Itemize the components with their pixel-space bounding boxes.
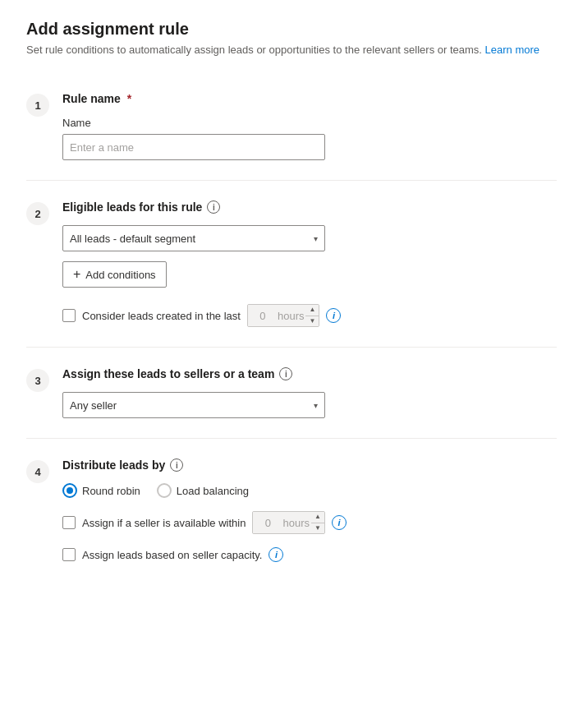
section-number-2: 2 [26,202,49,225]
add-conditions-label: Add conditions [85,269,155,281]
hours-info-icon[interactable]: i [326,308,341,323]
spinner-controls: ▲ ▼ [305,305,319,326]
load-balancing-radio[interactable] [157,483,172,498]
round-robin-option[interactable]: Round robin [62,483,140,498]
hours-spinner: hours ▲ ▼ [247,304,320,327]
load-balancing-label: Load balancing [177,485,249,497]
section2-info-icon[interactable]: i [207,200,220,214]
page-container: Add assignment rule Set rule conditions … [0,0,583,601]
section1-content: Rule name * Name [62,92,557,160]
section-rule-name: 1 Rule name * Name [26,72,557,181]
page-title: Add assignment rule [26,20,557,39]
section2-title: Eligible leads for this rule i [62,200,557,214]
consider-leads-checkbox[interactable] [62,309,76,322]
seller-hours-decrement-button[interactable]: ▼ [311,523,324,534]
add-conditions-button[interactable]: + Add conditions [62,261,167,288]
seller-capacity-checkbox[interactable] [62,548,76,561]
hours-unit: hours [278,310,306,322]
seller-available-checkbox[interactable] [62,516,76,529]
seller-dropdown[interactable]: Any seller ▾ [62,392,325,418]
page-subtitle: Set rule conditions to automatically ass… [26,44,557,56]
seller-hours-unit: hours [282,517,311,529]
distribution-radio-group: Round robin Load balancing [62,483,557,498]
section3-title: Assign these leads to sellers or a team … [62,367,557,380]
consider-leads-label: Consider leads created in the last [82,310,241,322]
seller-available-info-icon[interactable]: i [332,515,347,530]
seller-capacity-info-icon[interactable]: i [269,547,283,562]
rule-name-input[interactable] [62,134,325,160]
seller-hours-increment-button[interactable]: ▲ [311,512,324,523]
round-robin-radio[interactable] [62,483,77,498]
section-number-1: 1 [26,94,49,117]
section4-title: Distribute leads by i [62,458,557,472]
section-assign-leads: 3 Assign these leads to sellers or a tea… [26,348,557,439]
seller-hours-input[interactable] [253,512,282,533]
hours-increment-button[interactable]: ▲ [305,305,319,316]
plus-icon: + [73,268,80,281]
section-distribute-leads: 4 Distribute leads by i Round robin Load… [26,439,557,582]
seller-dropdown-chevron-icon: ▾ [314,401,318,410]
required-indicator: * [127,92,131,105]
leads-segment-dropdown[interactable]: All leads - default segment ▾ [62,225,325,251]
section3-content: Assign these leads to sellers or a team … [62,367,557,418]
consider-leads-row: Consider leads created in the last hours… [62,304,557,327]
seller-capacity-label: Assign leads based on seller capacity. [82,549,262,561]
section-eligible-leads: 2 Eligible leads for this rule i All lea… [26,181,557,348]
load-balancing-option[interactable]: Load balancing [157,483,249,498]
seller-hours-spinner: hours ▲ ▼ [252,511,325,534]
seller-capacity-row: Assign leads based on seller capacity. i [62,547,557,562]
section4-content: Distribute leads by i Round robin Load b… [62,458,557,562]
dropdown-chevron-icon: ▾ [314,234,318,243]
section-number-3: 3 [26,369,49,392]
seller-spinner-controls: ▲ ▼ [311,512,324,533]
hours-decrement-button[interactable]: ▼ [305,316,319,327]
section1-title: Rule name * [62,92,557,105]
seller-available-label: Assign if a seller is available within [82,517,246,529]
section2-content: Eligible leads for this rule i All leads… [62,200,557,327]
name-label: Name [62,117,557,129]
section-number-4: 4 [26,460,49,483]
section3-info-icon[interactable]: i [279,367,292,380]
learn-more-link[interactable]: Learn more [485,44,539,56]
seller-available-row: Assign if a seller is available within h… [62,511,557,534]
hours-input[interactable] [248,305,278,326]
section4-info-icon[interactable]: i [170,458,183,472]
round-robin-label: Round robin [82,485,140,497]
